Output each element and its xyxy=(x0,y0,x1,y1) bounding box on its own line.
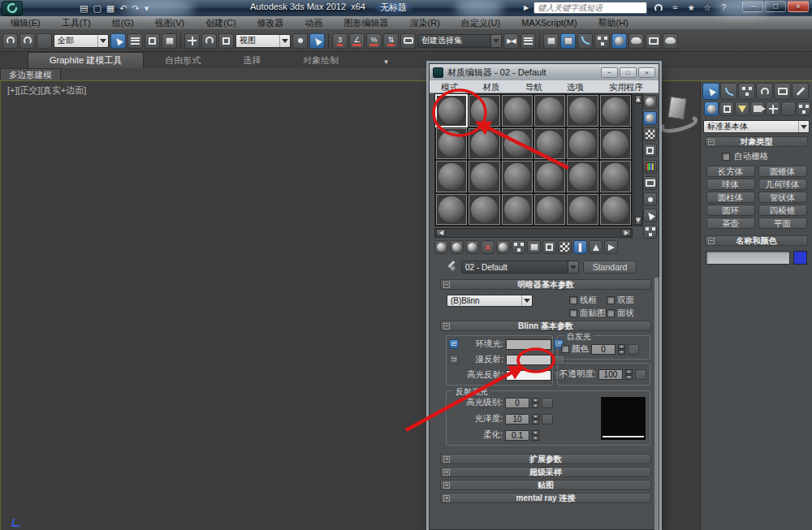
mirror-icon[interactable]: ▶◀ xyxy=(503,33,519,49)
put-to-library-icon[interactable] xyxy=(527,240,541,254)
collapse-icon[interactable]: − xyxy=(443,323,450,330)
rollout-name-and-color[interactable]: − 名称和颜色 xyxy=(705,235,808,246)
primitive-button-1[interactable]: 圆锥体 xyxy=(758,166,807,177)
make-unique-icon[interactable] xyxy=(512,240,525,254)
menu-item-2[interactable]: 组(G) xyxy=(102,16,145,30)
ribbon-tab-0[interactable]: Graphite 建模工具 xyxy=(28,52,144,68)
lock-ambient-diffuse-icon[interactable]: ⊂ xyxy=(449,339,459,349)
collapse-icon[interactable]: − xyxy=(443,282,450,288)
material-sample-slot[interactable] xyxy=(502,128,533,160)
schematic-view-icon[interactable] xyxy=(594,33,610,49)
material-sample-slot[interactable] xyxy=(567,161,598,192)
bind-to-space-warp-icon[interactable] xyxy=(37,33,52,49)
save-file-icon[interactable]: ▦ xyxy=(106,2,114,14)
material-sample-slot[interactable] xyxy=(567,194,598,226)
primitive-button-5[interactable]: 管状体 xyxy=(758,192,807,203)
motion-tab-icon[interactable] xyxy=(756,83,773,100)
menu-item-6[interactable]: 动画 xyxy=(295,16,334,30)
material-sample-slot[interactable] xyxy=(469,95,499,127)
ribbon-subtab-polygon-modeling[interactable]: 多边形建模 xyxy=(0,68,61,80)
rollout-shader-basic-parameters[interactable]: − 明暗器基本参数 xyxy=(440,279,651,290)
search-input[interactable] xyxy=(533,2,647,14)
curve-editor-icon[interactable] xyxy=(577,33,593,49)
expand-icon[interactable]: + xyxy=(443,482,450,489)
make-material-copy-icon[interactable] xyxy=(496,240,510,254)
use-pivot-center-icon[interactable] xyxy=(292,33,308,49)
percent-snap-icon[interactable]: % xyxy=(366,33,382,49)
specular-value-0[interactable]: 0 xyxy=(505,398,529,408)
expand-icon[interactable]: + xyxy=(443,469,450,476)
primitive-button-7[interactable]: 四棱锥 xyxy=(758,205,807,216)
material-sample-slot[interactable] xyxy=(567,128,598,160)
select-by-material-icon[interactable] xyxy=(643,209,657,222)
collapse-icon[interactable]: − xyxy=(708,139,715,145)
menu-item-4[interactable]: 创建(C) xyxy=(195,16,246,30)
viewport-label[interactable]: [+][正交][真实+边面] xyxy=(7,84,86,97)
slots-horizontal-scrollbar[interactable] xyxy=(434,228,633,238)
get-material-icon[interactable] xyxy=(434,240,448,254)
opacity-map-button[interactable] xyxy=(635,369,646,380)
primitive-button-0[interactable]: 长方体 xyxy=(706,166,755,177)
primitive-button-3[interactable]: 几何球体 xyxy=(758,179,807,190)
make-preview-icon[interactable] xyxy=(643,176,657,190)
window-crossing-icon[interactable] xyxy=(162,33,177,49)
chevron-down-icon[interactable] xyxy=(568,261,578,273)
material-sample-slot[interactable] xyxy=(502,95,533,127)
rendered-frame-icon[interactable] xyxy=(646,33,661,49)
lock-diffuse-specular-icon[interactable]: ⊃ xyxy=(449,355,459,364)
spinner[interactable]: ▲▼ xyxy=(532,430,539,441)
create-tab-icon[interactable] xyxy=(702,83,719,100)
editor-menu-item-1[interactable]: 材质(M) xyxy=(476,80,516,93)
material-sample-slot[interactable] xyxy=(469,161,499,192)
viewcube-gizmo[interactable] xyxy=(654,96,702,146)
options-icon[interactable] xyxy=(643,192,657,206)
rectangular-selection-icon[interactable] xyxy=(145,33,160,49)
menu-item-8[interactable]: 渲染(R) xyxy=(400,16,451,30)
close-button[interactable]: × xyxy=(788,1,809,12)
select-and-link-icon[interactable] xyxy=(2,33,18,49)
primitive-button-2[interactable]: 球体 xyxy=(706,179,755,190)
search-icon[interactable] xyxy=(652,2,665,14)
selection-filter-dropdown[interactable]: 全部 xyxy=(54,34,109,48)
material-editor-title-bar[interactable]: 材质编辑器 - 02 - Default − □ × xyxy=(430,64,659,80)
collapse-icon[interactable]: − xyxy=(708,238,715,244)
material-sample-slot[interactable] xyxy=(600,161,631,192)
material-sample-slot[interactable] xyxy=(436,128,467,160)
opacity-value[interactable]: 100 xyxy=(598,369,623,380)
search-toggle-icon[interactable]: ▶ xyxy=(524,4,529,11)
material-sample-slot[interactable] xyxy=(600,194,631,226)
put-material-to-scene-icon[interactable] xyxy=(450,240,464,254)
select-and-scale-icon[interactable] xyxy=(218,33,234,49)
manage-layers-icon[interactable] xyxy=(543,33,559,49)
chevron-down-icon[interactable] xyxy=(798,121,809,132)
ribbon-tab-3[interactable]: 对象绘制 xyxy=(282,53,360,68)
faceted-checkbox[interactable] xyxy=(607,309,615,317)
space-warps-category-icon[interactable] xyxy=(781,101,796,116)
editor-menu-item-2[interactable]: 导航(N) xyxy=(519,80,559,93)
new-scene-icon[interactable]: ▤ xyxy=(80,2,88,14)
slots-vertical-scrollbar[interactable] xyxy=(633,93,643,226)
specular-value-1[interactable]: 10 xyxy=(505,414,529,424)
material-sample-slot[interactable] xyxy=(600,128,631,160)
spinner[interactable]: ▲▼ xyxy=(532,414,539,424)
named-selection-sets-dropdown[interactable]: 创建选择集 xyxy=(417,34,502,48)
scroll-up-icon[interactable] xyxy=(635,95,641,104)
scroll-right-icon[interactable] xyxy=(621,229,631,236)
utilities-tab-icon[interactable] xyxy=(792,83,809,100)
rollout-closed-2[interactable]: +贴图 xyxy=(440,480,651,490)
dialog-maximize-button[interactable]: □ xyxy=(620,67,637,78)
video-color-check-icon[interactable] xyxy=(643,160,657,174)
select-object-icon[interactable] xyxy=(110,33,126,49)
go-forward-to-sibling-icon[interactable] xyxy=(604,240,618,254)
rollout-blinn-basic-parameters[interactable]: − Blinn 基本参数 xyxy=(440,321,651,331)
two-sided-checkbox[interactable] xyxy=(607,296,615,304)
render-production-icon[interactable] xyxy=(663,33,678,49)
expand-icon[interactable]: + xyxy=(443,495,450,502)
cameras-category-icon[interactable] xyxy=(750,101,765,116)
highlight-map-button[interactable] xyxy=(542,414,553,424)
ribbon-minimize-icon[interactable]: ▾ xyxy=(384,58,388,68)
display-tab-icon[interactable] xyxy=(774,83,791,100)
self-illumination-spinner[interactable]: ▲▼ xyxy=(618,344,625,355)
go-to-parent-icon[interactable] xyxy=(589,240,603,254)
background-icon[interactable] xyxy=(643,127,657,141)
